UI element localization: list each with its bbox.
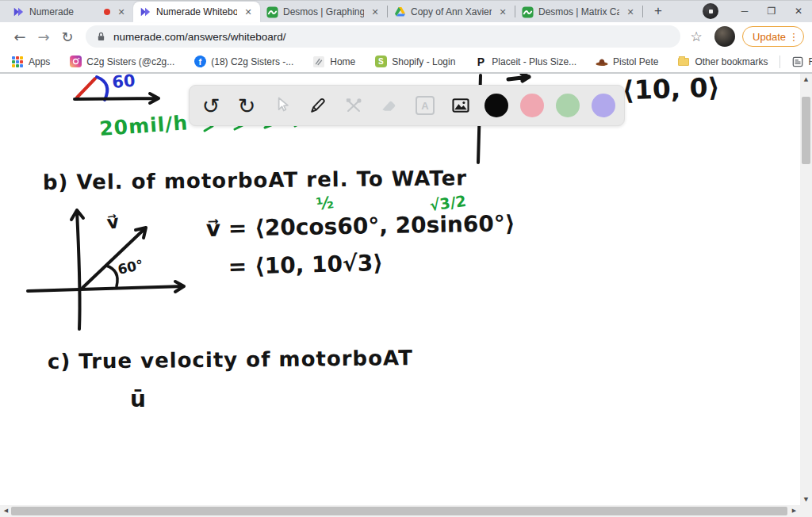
bookmark-label: Apps	[29, 56, 50, 67]
undo-icon: ↺	[202, 95, 220, 117]
bookmark-label: (18) C2g Sisters -...	[211, 56, 293, 67]
annotation-half: ½	[315, 193, 335, 214]
desmos-favicon-icon	[266, 6, 278, 18]
tab-close-icon[interactable]: ✕	[496, 6, 509, 18]
bookmark-label: Shopify - Login	[392, 56, 455, 67]
color-swatch-black[interactable]	[485, 94, 508, 117]
other-bookmarks-label: Other bookmarks	[695, 56, 768, 67]
scrollbar-corner	[800, 505, 812, 517]
bookmark-home[interactable]: Home	[312, 56, 355, 68]
bookmarks-right-group: Other bookmarks Reading list	[677, 56, 812, 68]
b-vertical-axis-stroke	[71, 210, 83, 329]
lock-icon	[96, 31, 106, 42]
image-icon	[450, 95, 471, 116]
shopify-icon: S	[374, 56, 387, 68]
annotation-u-label: ū	[130, 386, 146, 412]
other-bookmarks-button[interactable]: Other bookmarks	[677, 56, 768, 68]
annotation-b-title: b) Vel. of motorboAT rel. To WATer	[43, 166, 468, 194]
url-bar[interactable]: numerade.com/answers/whiteboard/	[86, 25, 680, 48]
close-window-button[interactable]: ✕	[785, 0, 812, 22]
update-button[interactable]: Update ⋮	[742, 26, 804, 47]
vertical-scrollbar-thumb[interactable]	[802, 97, 810, 164]
cowboy-hat-icon	[596, 56, 608, 68]
tab-close-icon[interactable]: ✕	[115, 6, 128, 18]
tab-title: Numerade	[29, 6, 99, 17]
tab-recording-indicator-icon	[104, 9, 110, 15]
cursor-icon	[272, 95, 293, 116]
annotation-top-speed: 20mil/h	[98, 111, 189, 140]
b-angle-arc-stroke	[106, 266, 117, 286]
select-tool-button[interactable]	[270, 94, 294, 117]
window-controls: ─ ❐ ✕	[703, 0, 812, 22]
redo-icon: ↻	[238, 95, 256, 117]
address-bar-row: ← → ↻ numerade.com/answers/whiteboard/ ☆…	[0, 22, 812, 51]
profile-avatar[interactable]	[714, 26, 735, 47]
tab-numerade[interactable]: Numerade ✕	[6, 2, 133, 22]
bookmark-apps[interactable]: Apps	[11, 56, 50, 68]
bookmark-placeit[interactable]: P Placeit - Plus Size...	[474, 56, 576, 68]
scroll-up-icon[interactable]: ▲	[800, 74, 812, 85]
tab-close-icon[interactable]: ✕	[369, 6, 381, 18]
whiteboard-canvas[interactable]: 60 20mil/h = ⟨10, 0⟩ b) Vel. of motorboA…	[0, 74, 812, 505]
tab-separator	[642, 6, 643, 17]
scroll-left-icon[interactable]: ◀	[0, 505, 12, 516]
shapes-tool-button[interactable]	[342, 94, 366, 117]
text-tool-button[interactable]: A	[413, 94, 437, 117]
bookmarks-divider	[779, 56, 780, 68]
reading-list-button[interactable]: Reading list	[791, 56, 812, 68]
bookmark-pistol-pete[interactable]: Pistol Pete	[596, 56, 658, 68]
crossed-tools-icon	[343, 95, 364, 116]
eraser-icon	[379, 95, 400, 116]
undo-button[interactable]: ↺	[199, 94, 223, 117]
bookmark-star-icon[interactable]: ☆	[685, 25, 707, 48]
annotation-v-label: v⃗	[105, 211, 120, 233]
annotation-eq2: = ⟨10, 10√3⟩	[228, 250, 383, 280]
tab-drive-doc[interactable]: Copy of Ann Xavier Gante ✕	[388, 2, 515, 22]
scroll-down-icon[interactable]: ▼	[800, 494, 812, 505]
tab-desmos-matrix[interactable]: Desmos | Matrix Calculator ✕	[515, 2, 642, 22]
bookmark-facebook[interactable]: f (18) C2g Sisters -...	[193, 56, 293, 68]
minimize-button[interactable]: ─	[731, 0, 758, 22]
bookmark-label: C2g Sisters (@c2g...	[86, 56, 174, 67]
new-tab-button[interactable]: +	[648, 1, 668, 21]
browser-menu-dots-icon[interactable]: ⋮	[787, 31, 800, 43]
forward-button[interactable]: →	[32, 25, 56, 48]
annotation-top-angle: 60	[111, 74, 136, 92]
bookmark-label: Pistol Pete	[613, 56, 658, 67]
color-swatch-purple[interactable]	[592, 94, 615, 117]
reload-button[interactable]: ↻	[56, 25, 79, 48]
small-vector-arrow-stroke	[508, 74, 529, 81]
b-horizontal-axis-stroke	[28, 281, 184, 292]
horizontal-scrollbar-thumb[interactable]	[11, 507, 787, 515]
tab-desmos-graphing[interactable]: Desmos | Graphing Calcula ✕	[260, 2, 387, 22]
reading-list-icon	[791, 56, 804, 68]
tab-close-icon[interactable]: ✕	[624, 6, 637, 18]
scroll-right-icon[interactable]: ▶	[788, 505, 800, 516]
bookmarks-bar: Apps C2g Sisters (@c2g... f (18) C2g Sis…	[0, 51, 812, 74]
eraser-tool-button[interactable]	[377, 94, 401, 117]
back-button[interactable]: ←	[8, 25, 32, 48]
pen-icon	[308, 95, 328, 116]
media-hub-icon[interactable]	[703, 3, 718, 19]
bookmark-shopify[interactable]: S Shopify - Login	[374, 56, 455, 68]
numerade-favicon-icon	[139, 6, 151, 18]
maximize-button[interactable]: ❐	[758, 0, 785, 22]
image-tool-button[interactable]	[449, 94, 473, 117]
tab-strip: Numerade ✕ Numerade Whiteboard ✕ Desmos …	[0, 0, 812, 22]
tab-numerade-whiteboard[interactable]: Numerade Whiteboard ✕	[133, 2, 260, 22]
tab-close-icon[interactable]: ✕	[242, 6, 255, 18]
bookmark-label: Placeit - Plus Size...	[492, 56, 576, 67]
bookmark-label: Home	[330, 56, 355, 67]
placeit-icon: P	[474, 56, 487, 68]
url-text: numerade.com/answers/whiteboard/	[113, 31, 286, 43]
bookmark-instagram[interactable]: C2g Sisters (@c2g...	[69, 56, 174, 68]
color-swatch-green[interactable]	[556, 94, 580, 117]
pen-tool-button[interactable]	[306, 94, 330, 117]
redo-button[interactable]: ↻	[235, 94, 259, 117]
color-swatch-pink[interactable]	[520, 94, 544, 117]
folder-icon	[677, 56, 690, 68]
home-favicon-icon	[312, 56, 325, 68]
annotation-angle-label: 60°	[117, 257, 145, 278]
tab-title: Desmos | Matrix Calculator	[538, 6, 619, 17]
whiteboard-toolbar: ↺ ↻ A	[189, 85, 625, 126]
